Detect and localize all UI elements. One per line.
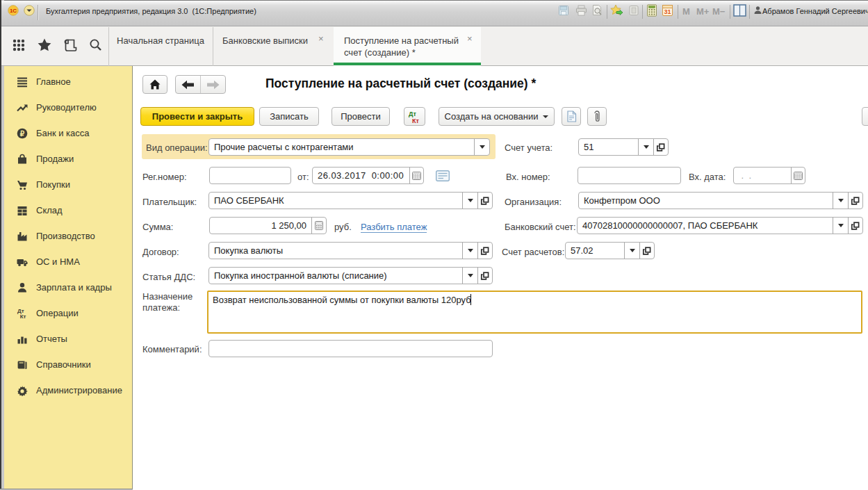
svg-text:31: 31	[664, 8, 671, 15]
svg-text:Кт: Кт	[20, 313, 26, 319]
svg-text:Кт: Кт	[412, 117, 419, 124]
svg-text:Дт: Дт	[409, 111, 416, 117]
svg-text:₽: ₽	[20, 129, 25, 137]
svg-text:1C: 1C	[10, 8, 17, 14]
